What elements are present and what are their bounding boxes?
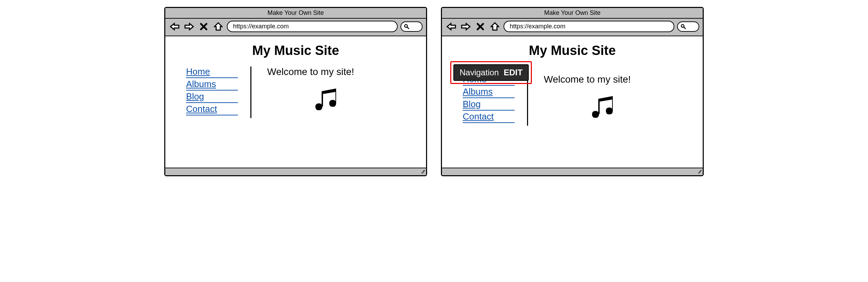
music-note-icon [264, 84, 419, 115]
edit-overlay: Navigation EDIT [450, 61, 532, 84]
home-icon[interactable] [212, 21, 224, 32]
url-input[interactable] [227, 21, 398, 32]
nav-item-albums[interactable]: Albums [186, 79, 238, 91]
welcome-text: Welcome to my site! [264, 66, 419, 77]
edit-button[interactable]: EDIT [504, 68, 523, 77]
music-note-icon [541, 92, 696, 123]
magnifier-icon [681, 24, 686, 29]
home-icon[interactable] [489, 21, 501, 32]
stop-icon[interactable] [198, 21, 210, 32]
edit-toolbar[interactable]: Navigation EDIT [453, 64, 529, 81]
nav-item-blog[interactable]: Blog [186, 91, 238, 103]
status-bar: ⁄⁄ [165, 168, 426, 175]
main-content: Welcome to my site! [264, 66, 419, 118]
widget-name-label: Navigation [460, 68, 499, 77]
svg-line-3 [684, 27, 685, 29]
resize-grip-icon[interactable]: ⁄⁄ [422, 169, 424, 175]
search-button[interactable] [677, 21, 699, 32]
back-arrow-icon[interactable] [169, 21, 181, 32]
nav-item-blog[interactable]: Blog [463, 99, 515, 111]
page-viewport: My Music Site Navigation EDIT Home Album… [442, 36, 703, 168]
browser-toolbar [442, 19, 703, 36]
forward-arrow-icon[interactable] [460, 21, 472, 32]
nav-menu: Home Albums Blog Contact [186, 66, 238, 118]
browser-toolbar [165, 19, 426, 36]
vertical-divider [250, 66, 251, 118]
highlight-box: Navigation EDIT [450, 61, 532, 84]
page-viewport: My Music Site Home Albums Blog Contact W… [165, 36, 426, 168]
browser-window-left: Make Your Own Site My Music Site Home Al… [164, 7, 427, 176]
page-heading: My Music Site [172, 43, 419, 58]
main-content: Welcome to my site! [541, 74, 696, 126]
search-button[interactable] [400, 21, 423, 32]
browser-window-right: Make Your Own Site My Music Site Navigat… [441, 7, 704, 176]
nav-item-albums[interactable]: Albums [463, 86, 515, 98]
nav-item-home[interactable]: Home [186, 66, 238, 78]
forward-arrow-icon[interactable] [183, 21, 195, 32]
stop-icon[interactable] [474, 21, 486, 32]
resize-grip-icon[interactable]: ⁄⁄ [699, 169, 701, 175]
magnifier-icon [404, 24, 409, 29]
status-bar: ⁄⁄ [442, 168, 703, 175]
window-title: Make Your Own Site [442, 8, 703, 19]
back-arrow-icon[interactable] [445, 21, 457, 32]
nav-item-contact[interactable]: Contact [186, 104, 238, 115]
svg-line-1 [407, 27, 409, 29]
nav-item-contact[interactable]: Contact [463, 111, 515, 123]
welcome-text: Welcome to my site! [541, 74, 696, 85]
page-heading: My Music Site [449, 43, 696, 58]
window-title: Make Your Own Site [165, 8, 426, 19]
url-input[interactable] [504, 21, 674, 32]
